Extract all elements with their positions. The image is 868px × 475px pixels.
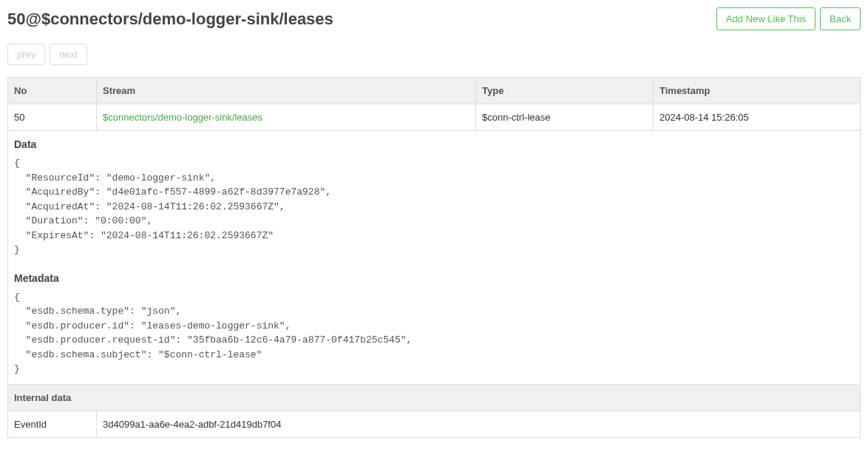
cell-no: 50 — [8, 104, 97, 131]
add-new-like-this-button[interactable]: Add New Like This — [716, 7, 816, 30]
metadata-heading: Metadata — [14, 272, 854, 284]
internal-data-header: Internal data — [8, 384, 861, 411]
cell-type: $conn-ctrl-lease — [476, 104, 654, 131]
stream-link[interactable]: $connectors/demo-logger-sink/leases — [103, 112, 262, 123]
internal-data-row: EventId 3d4099a1-aa6e-4ea2-adbf-21d419db… — [8, 411, 861, 437]
column-header-type: Type — [476, 78, 654, 104]
header-buttons: Add New Like This Back — [716, 7, 861, 30]
table-row: 50 $connectors/demo-logger-sink/leases $… — [8, 104, 861, 131]
metadata-json: { "esdb.schema.type": "json", "esdb.prod… — [14, 290, 854, 377]
event-id-value: 3d4099a1-aa6e-4ea2-adbf-21d419db7f04 — [97, 411, 861, 437]
next-button[interactable]: next — [50, 44, 87, 65]
data-section: Data { "ResourceId": "demo-logger-sink",… — [8, 131, 861, 385]
page-title: 50@$connectors/demo-logger-sink/leases — [7, 10, 333, 29]
column-header-no: No — [8, 78, 97, 104]
back-button[interactable]: Back — [820, 7, 861, 30]
cell-stream: $connectors/demo-logger-sink/leases — [97, 104, 476, 131]
cell-timestamp: 2024-08-14 15:26:05 — [654, 104, 861, 131]
prev-button[interactable]: prev — [7, 44, 45, 65]
column-header-stream: Stream — [97, 78, 476, 104]
data-heading: Data — [14, 138, 854, 150]
pagination-nav: prev next — [7, 44, 861, 65]
internal-data-label: Internal data — [8, 384, 861, 411]
event-id-label: EventId — [8, 411, 97, 437]
data-json: { "ResourceId": "demo-logger-sink", "Acq… — [14, 156, 854, 257]
event-table: No Stream Type Timestamp 50 $connectors/… — [7, 77, 861, 438]
column-header-timestamp: Timestamp — [654, 78, 861, 104]
table-header-row: No Stream Type Timestamp — [8, 78, 861, 104]
